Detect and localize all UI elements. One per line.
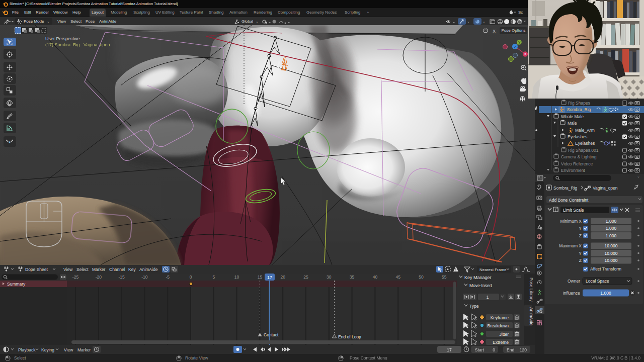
svg-text:Extreme: Extreme xyxy=(493,340,509,345)
svg-text:10.000: 10.000 xyxy=(605,251,618,256)
svg-text:Local Space: Local Space xyxy=(586,279,609,284)
svg-text:AnimAide: AnimAide xyxy=(529,307,534,326)
svg-text:Limit Scale: Limit Scale xyxy=(563,208,584,213)
svg-text:Marker: Marker xyxy=(77,347,91,352)
svg-text:Influence: Influence xyxy=(563,291,581,296)
svg-text:Eyelashes: Eyelashes xyxy=(568,134,587,139)
svg-text:Z: Z xyxy=(579,233,582,238)
svg-text:17: 17 xyxy=(267,275,272,280)
svg-text:Pose Library: Pose Library xyxy=(529,278,534,302)
svg-text:Select: Select xyxy=(76,267,89,272)
svg-text:Male_Arm: Male_Arm xyxy=(575,128,595,133)
svg-text:Minimum X: Minimum X xyxy=(560,219,582,224)
svg-text:Male: Male xyxy=(568,121,577,126)
svg-text:Y: Y xyxy=(579,226,582,231)
svg-text:10: 10 xyxy=(234,275,239,280)
svg-text:Maximum X: Maximum X xyxy=(559,243,582,248)
svg-text:Vagina_open: Vagina_open xyxy=(593,186,618,191)
svg-text:X: X xyxy=(493,29,496,34)
svg-text:10.000: 10.000 xyxy=(605,243,618,248)
svg-text:20: 20 xyxy=(280,275,285,280)
svg-text:Channel: Channel xyxy=(109,267,125,272)
svg-text:1.000: 1.000 xyxy=(606,233,617,238)
svg-text:Rig Shapes.001: Rig Shapes.001 xyxy=(568,148,599,153)
svg-text:-5: -5 xyxy=(166,275,170,280)
svg-text:Add Bone Constraint: Add Bone Constraint xyxy=(549,198,589,203)
svg-text:-20: -20 xyxy=(96,275,102,280)
svg-text:Affect Transform: Affect Transform xyxy=(590,266,621,272)
svg-text:Y: Y xyxy=(518,41,521,44)
svg-text:Start: Start xyxy=(475,347,485,352)
svg-text:Playback: Playback xyxy=(18,347,36,352)
svg-text:1.000: 1.000 xyxy=(606,226,617,231)
svg-text:120: 120 xyxy=(520,347,527,352)
svg-text:-10: -10 xyxy=(141,275,148,280)
svg-text:-25: -25 xyxy=(72,275,79,280)
svg-text:Move-Insert: Move-Insert xyxy=(469,283,493,288)
svg-text:End: End xyxy=(507,347,514,352)
svg-text:X: X xyxy=(524,52,526,56)
svg-text:1.000: 1.000 xyxy=(600,291,611,296)
svg-text:Camera & Lighting: Camera & Lighting xyxy=(561,154,597,159)
svg-text:AnimAide: AnimAide xyxy=(139,267,158,272)
svg-text:Z: Z xyxy=(514,45,516,49)
svg-text:Summary: Summary xyxy=(7,282,26,287)
svg-text:15: 15 xyxy=(258,275,263,280)
svg-text:Key: Key xyxy=(128,267,136,272)
svg-text:View: View xyxy=(63,267,73,272)
svg-text:Video Reference: Video Reference xyxy=(561,161,593,166)
svg-text:40: 40 xyxy=(373,275,378,280)
svg-text:End of Loop: End of Loop xyxy=(338,334,361,339)
svg-text:Dope Sheet: Dope Sheet xyxy=(25,267,48,272)
svg-text:Keyframe: Keyframe xyxy=(491,315,509,320)
svg-text:Contact: Contact xyxy=(264,332,279,337)
svg-text:Nearest Frame: Nearest Frame xyxy=(479,267,507,272)
svg-text:30: 30 xyxy=(327,275,332,280)
svg-text:17: 17 xyxy=(447,347,452,352)
svg-text:45: 45 xyxy=(395,275,400,280)
svg-text:Marker: Marker xyxy=(92,267,106,272)
svg-text:Environment: Environment xyxy=(561,168,585,173)
svg-text:25: 25 xyxy=(303,275,308,280)
svg-text:Whole Male: Whole Male xyxy=(561,114,584,119)
svg-text:Z: Z xyxy=(579,258,582,263)
svg-text:10.000: 10.000 xyxy=(605,258,618,263)
svg-text:View: View xyxy=(64,347,73,352)
svg-text:Type: Type xyxy=(469,304,479,309)
svg-text:50: 50 xyxy=(419,275,424,280)
svg-text:Sombra_Rig: Sombra_Rig xyxy=(567,107,591,112)
svg-text:Eyelashes: Eyelashes xyxy=(575,141,595,146)
svg-text:35: 35 xyxy=(350,275,355,280)
svg-text:Breakdown: Breakdown xyxy=(487,323,509,328)
svg-text:Y: Y xyxy=(579,251,582,256)
svg-text:Rig Shapes: Rig Shapes xyxy=(568,101,590,106)
svg-text:0: 0 xyxy=(493,347,495,352)
svg-text:5: 5 xyxy=(212,275,215,280)
svg-text:Key Manager: Key Manager xyxy=(464,275,492,280)
svg-text:1.000: 1.000 xyxy=(606,219,617,224)
svg-text:Owner: Owner xyxy=(568,279,580,284)
svg-text:Sombra_Rig: Sombra_Rig xyxy=(553,186,578,191)
svg-text:-15: -15 xyxy=(118,275,125,280)
svg-text:Keying: Keying xyxy=(41,347,54,352)
svg-text:1: 1 xyxy=(487,295,489,300)
svg-text:0: 0 xyxy=(190,275,192,280)
svg-text:Jitter: Jitter xyxy=(500,332,509,337)
svg-text:55: 55 xyxy=(442,275,447,280)
